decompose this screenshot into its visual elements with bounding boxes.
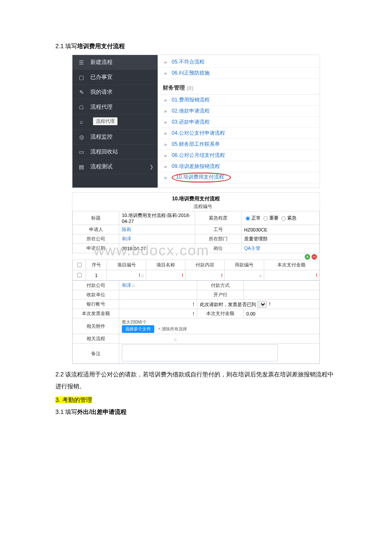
- lbl-paycompany: 付款公司: [73, 281, 119, 290]
- triangle-icon: ▶: [164, 109, 167, 113]
- person-icon: ☖: [78, 104, 85, 110]
- select-all-checkbox[interactable]: [77, 263, 81, 267]
- lbl-acct: 银行帐号: [73, 300, 119, 309]
- table-row[interactable]: 1 !⌕ ! ! ⌕ !: [73, 270, 320, 280]
- cell-payc[interactable]: !: [185, 270, 225, 280]
- cat-item-fin-7[interactable]: ▶09.培训差旅报销流程: [158, 161, 320, 172]
- sidebar-item-label: 流程监控: [90, 133, 112, 141]
- sidebar-item-label: 新建流程: [90, 59, 112, 66]
- sidebar-item-label: 我的请求: [90, 89, 112, 96]
- sec-3: 3. 考勤的管理: [55, 396, 337, 404]
- highlighted-link[interactable]: 10.培训费用支付流程: [172, 173, 231, 182]
- cell-pno[interactable]: !⌕: [107, 270, 146, 280]
- val-paymethod[interactable]: [244, 281, 320, 290]
- val-post[interactable]: QA主管: [242, 244, 320, 253]
- val-acct[interactable]: !: [119, 300, 197, 309]
- cat-item-fin-2[interactable]: ▶02.借款申请流程: [158, 106, 320, 117]
- val-dept: 质量管理部: [242, 234, 320, 244]
- urgency-radios[interactable]: 正常 重要 紧急: [242, 211, 320, 225]
- lower-table: 付款公司 和泽⌕ 付款方式 收款单位 开户行 银行帐号 ! 此次请款时，发票是否…: [72, 280, 320, 364]
- urgency-normal[interactable]: [245, 216, 250, 220]
- sidebar-item-search[interactable]: ⌕ 流程代理: [72, 115, 158, 130]
- triangle-icon: ▶: [164, 142, 167, 147]
- attach-button[interactable]: 选择多个文件: [122, 325, 154, 333]
- cat-item-06[interactable]: ▶06.纠正预防措施: [158, 68, 320, 79]
- cat-item-fin-4[interactable]: ▶04.公对公支付申请流程: [158, 128, 320, 139]
- tooltip-delegate: 流程代理: [93, 117, 118, 125]
- item-controls: + −: [72, 253, 320, 260]
- val-paycompany[interactable]: 和泽⌕: [119, 281, 197, 290]
- val-company[interactable]: 和泽: [119, 234, 195, 244]
- lbl-title: 标题: [73, 211, 119, 225]
- figure-2: www.bdocx.com 10.培训费用支付流程 流程编号 标题 10.培训费…: [55, 192, 337, 364]
- add-row-button[interactable]: +: [305, 254, 310, 260]
- cat-item-fin-3[interactable]: ▶03.还款申请流程: [158, 117, 320, 128]
- val-payee[interactable]: [119, 290, 197, 300]
- val-date[interactable]: 2018-04-27: [119, 244, 195, 253]
- search-icon: ⌕: [78, 119, 85, 125]
- urgency-urgent[interactable]: [281, 216, 285, 220]
- sidebar-item-label: 流程测试: [90, 163, 112, 171]
- invoice-question[interactable]: 此次请款时，发票是否已到 !: [197, 300, 320, 309]
- cell-pname[interactable]: !: [146, 270, 185, 280]
- triangle-icon: ▶: [164, 60, 167, 64]
- search-icon[interactable]: ⌕: [131, 283, 135, 288]
- lbl-attach: 相关附件: [73, 318, 119, 334]
- sidebar-item-recycle[interactable]: ▭ 流程回收站: [72, 145, 158, 159]
- sidebar-item-delegate[interactable]: ☖ 流程代理: [72, 100, 158, 115]
- invoice-select[interactable]: [257, 301, 267, 308]
- col-pno: 项目编号: [107, 260, 146, 270]
- sidebar-item-monitor[interactable]: ◎ 流程监控: [72, 130, 158, 145]
- lbl-payee: 收款单位: [73, 290, 119, 300]
- val-invoice-amt[interactable]: !: [119, 309, 197, 318]
- figure-1: ☰ 新建流程 ▢ 已办事宜 ✎ 我的请求 ☖ 流程代理 ⌕ 流程代理: [55, 55, 337, 188]
- cat-item-05[interactable]: ▶05.不符合流程: [158, 57, 320, 68]
- search-icon[interactable]: ⌕: [258, 273, 262, 278]
- triangle-icon: ▶: [164, 176, 167, 180]
- test-icon: ▤: [78, 164, 85, 170]
- remove-row-button[interactable]: −: [311, 254, 317, 260]
- sidebar-item-test[interactable]: ▤ 流程测试 ❯: [72, 159, 158, 174]
- note-cell: [119, 344, 320, 364]
- header-table: 标题 10.培训费用支付流程-陈莉-2018-04-27 紧急程度 正常 重要 …: [72, 211, 320, 253]
- lbl-dept: 所在部门: [195, 234, 242, 244]
- cell-ucode[interactable]: ⌕: [225, 270, 264, 280]
- sidebar-item-new-process[interactable]: ☰ 新建流程: [72, 55, 158, 70]
- attach-clear-button[interactable]: 清除所有选择: [158, 327, 187, 331]
- sidebar-item-label: 已办事宜: [90, 74, 112, 81]
- val-bank[interactable]: [244, 290, 320, 300]
- edit-icon: ✎: [78, 89, 85, 95]
- chevron-right-icon: ❯: [150, 164, 153, 170]
- attach-cell: 最大200M/个 选择多个文件 清除所有选择: [119, 318, 320, 334]
- cat-item-fin-1[interactable]: ▶01.费用报销流程: [158, 95, 320, 106]
- sidebar: ☰ 新建流程 ▢ 已办事宜 ✎ 我的请求 ☖ 流程代理 ⌕ 流程代理: [72, 55, 158, 188]
- cat-item-fin-6[interactable]: ▶06.公对公月结支付流程: [158, 150, 320, 161]
- search-icon[interactable]: ⌕: [173, 336, 177, 341]
- sec-3-1: 3.1 填写外出/出差申请流程: [55, 408, 337, 416]
- sidebar-item-label: 流程回收站: [90, 148, 118, 156]
- triangle-icon: ▶: [164, 71, 167, 75]
- row-checkbox[interactable]: [77, 273, 81, 277]
- note-textarea[interactable]: [122, 344, 278, 361]
- val-title[interactable]: 10.培训费用支付流程-陈莉-2018-04-27: [119, 211, 195, 225]
- sidebar-item-done[interactable]: ▢ 已办事宜: [72, 70, 158, 85]
- cell-amt[interactable]: !: [264, 270, 319, 280]
- form-title: 10.培训费用支付流程: [72, 193, 320, 203]
- category-list: ▶05.不符合流程 ▶06.纠正预防措施 财务管理(8) ▶01.费用报销流程 …: [158, 55, 320, 188]
- urgency-important[interactable]: [263, 216, 268, 220]
- lbl-post: 岗位: [195, 244, 242, 253]
- val-applicant[interactable]: 陈莉: [119, 225, 195, 234]
- lbl-invoice-amt: 本次发票金额: [73, 309, 119, 318]
- lbl-note: 备注: [73, 344, 119, 364]
- col-seq: 序号: [86, 260, 107, 270]
- checklist-icon: ▢: [78, 74, 85, 81]
- lbl-urgency: 紧急程度: [195, 211, 242, 225]
- relflow-cell[interactable]: ⌕: [119, 334, 320, 344]
- cat-item-fin-5[interactable]: ▶05.财务部工作联系单: [158, 139, 320, 150]
- items-table: 序号 项目编号 项目名称 付款内容 用款编号 本次支付金额 1 !⌕ ! ! ⌕…: [72, 260, 320, 280]
- sidebar-item-my-requests[interactable]: ✎ 我的请求: [72, 85, 158, 100]
- val-thispay: 0.00: [244, 309, 320, 318]
- search-icon[interactable]: ⌕: [140, 273, 144, 278]
- sidebar-item-label: 流程代理: [90, 104, 112, 111]
- cat-item-fin-8[interactable]: ▶10.培训费用支付流程: [158, 172, 320, 183]
